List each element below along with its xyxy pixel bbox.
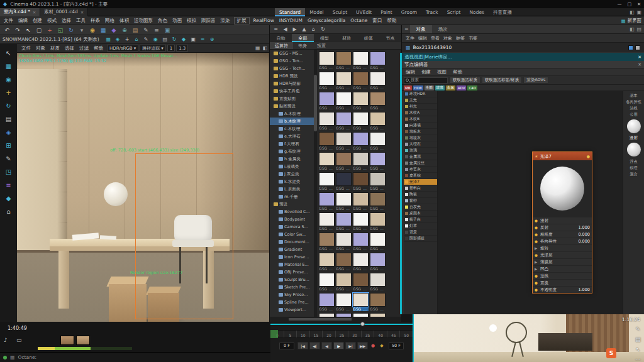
material-list-item[interactable]: 背景 xyxy=(404,229,437,236)
layout-tab[interactable]: UVEdit xyxy=(352,8,376,16)
material-thumb[interactable] xyxy=(76,336,90,345)
tree-item[interactable]: 贴图预设 xyxy=(270,102,314,110)
layout-tab[interactable]: Paint xyxy=(376,8,397,16)
material-swatch[interactable]: GSG_... xyxy=(370,152,386,170)
redo-icon[interactable]: ↷ xyxy=(13,26,23,35)
close-icon[interactable]: ✕ xyxy=(638,62,641,67)
node-menu-item[interactable]: 帮助 xyxy=(450,69,465,75)
menu-item[interactable]: Octane xyxy=(348,18,370,23)
filter-chip[interactable]: 玻璃 xyxy=(435,85,445,90)
status-grid-icon[interactable]: ▦ xyxy=(10,354,15,360)
more-icon[interactable]: ⋯ xyxy=(634,356,642,362)
material-list-item[interactable]: 环境HDR xyxy=(404,91,437,97)
dock-add-icon[interactable]: + xyxy=(3,87,14,98)
node-property-row[interactable]: ●光泽层 xyxy=(533,251,592,258)
back-icon[interactable]: ◀ xyxy=(281,26,289,32)
object-menu-item[interactable]: 书签 xyxy=(469,35,477,41)
material-swatch[interactable]: GSG_... xyxy=(336,52,352,70)
goto-start-button[interactable]: |◀ xyxy=(297,342,308,349)
node-property-row[interactable]: ●反射1.000 xyxy=(533,224,592,231)
layout-tab[interactable]: Nodes xyxy=(465,8,488,16)
material-swatch[interactable]: GSG_... xyxy=(370,192,386,211)
tree-item[interactable]: J.灰尘类 xyxy=(270,170,314,178)
material-list-item[interactable]: 布艺灰 xyxy=(404,167,437,173)
menu-item[interactable]: Greyscalegorilla xyxy=(305,18,348,23)
attribute-tab[interactable]: 各向异性 xyxy=(626,99,641,105)
tree-item[interactable]: g.布纹理 xyxy=(270,148,314,155)
plugin-target-icon[interactable]: ◉ xyxy=(152,36,160,43)
material-swatch[interactable]: GSG_... xyxy=(319,72,335,90)
plugin-home-icon[interactable]: ⌂ xyxy=(133,36,141,43)
render-region-rect[interactable] xyxy=(135,153,233,319)
material-swatch[interactable]: GSG_... xyxy=(370,273,386,291)
prev-key-button[interactable]: ◀| xyxy=(309,342,320,349)
attribute-tab[interactable]: 基本 xyxy=(630,92,638,99)
material-swatch[interactable]: GSG_... xyxy=(336,172,352,190)
home-icon[interactable]: ⌂ xyxy=(309,26,318,32)
manager-tab[interactable]: 对象 xyxy=(410,25,432,33)
dock-menu-icon[interactable]: ≡ xyxy=(3,180,14,190)
menu-item[interactable]: RealFlow xyxy=(251,18,277,23)
dock-rows-icon[interactable]: ▤ xyxy=(3,114,14,124)
plugin-refresh-icon[interactable]: ↻ xyxy=(170,36,179,43)
ratio-field[interactable]: 1.3 xyxy=(176,45,188,52)
timeline-scrollbar[interactable] xyxy=(270,324,413,325)
material-swatch[interactable]: GSG_... xyxy=(336,273,352,291)
tree-item[interactable]: Camera S... xyxy=(270,223,314,231)
layout-tab[interactable]: Track xyxy=(421,8,443,16)
menu-item[interactable]: 样条 xyxy=(88,18,103,24)
tab-close-icon[interactable]: ✕ xyxy=(80,10,84,14)
menu-item[interactable]: 模拟 xyxy=(184,18,199,24)
spline-icon[interactable]: ◆ xyxy=(109,26,119,35)
browser-view-tab[interactable]: 自动 xyxy=(270,34,292,42)
dock-target-icon[interactable]: ◉ xyxy=(3,74,14,85)
tree-item[interactable]: GSG - MS... xyxy=(270,50,314,57)
viewport-grid-icon[interactable]: ▦ xyxy=(255,45,260,51)
material-swatch[interactable]: GSG_... xyxy=(353,172,369,190)
material-swatch[interactable]: GSG_... xyxy=(353,212,369,231)
object-menu-item[interactable]: 编辑 xyxy=(418,35,427,41)
menu-item[interactable]: 体积 xyxy=(117,18,131,24)
tree-item[interactable]: f.大理石 xyxy=(270,140,314,148)
material-swatch[interactable]: GSG_... xyxy=(370,293,386,311)
grid-scrollbar[interactable] xyxy=(270,317,401,322)
material-swatch[interactable]: GSG_... xyxy=(319,212,335,231)
tree-item[interactable]: Sketch Pre... xyxy=(270,283,314,291)
material-swatch[interactable]: GSG_... xyxy=(353,152,369,170)
material-swatch[interactable]: GSG_... xyxy=(319,273,335,291)
plugin-pen-icon[interactable]: ✎ xyxy=(142,36,150,43)
dock-panel-icon[interactable]: ◧ xyxy=(630,26,635,32)
material-list-item[interactable]: 木纹A xyxy=(404,110,437,116)
material-swatch[interactable]: GSG_... xyxy=(336,253,352,271)
timeline-scrub-handle[interactable] xyxy=(360,322,365,326)
tree-item[interactable]: m.千册 xyxy=(270,193,314,200)
list-icon[interactable]: ≡ xyxy=(152,26,162,35)
material-list-item[interactable]: 桌面木 xyxy=(404,211,437,217)
node-property-row[interactable]: ▶凹凸 xyxy=(533,265,592,272)
attribute-sub-tab[interactable]: 纹理 xyxy=(630,165,638,171)
tree-item[interactable]: Material E... xyxy=(270,261,314,268)
menu-item[interactable]: 渲染 xyxy=(218,18,233,24)
material-list-item[interactable]: 皮革棕 xyxy=(404,173,437,179)
port-icon[interactable]: ▶ xyxy=(535,260,540,264)
menu-item[interactable]: 工具 xyxy=(74,18,88,24)
material-swatch[interactable]: GSG_... xyxy=(353,273,369,291)
viewport-menu-item[interactable]: 材质 xyxy=(48,45,62,52)
filter-chip[interactable]: C4D xyxy=(467,85,477,90)
tree-item[interactable]: Bodypaint xyxy=(270,216,314,223)
browser-view-tab[interactable]: 全部 xyxy=(292,34,314,42)
node-editor-titlebar[interactable]: 透视视图|Marie绑定... ✕ xyxy=(402,53,644,61)
port-icon[interactable]: ▶ xyxy=(535,267,540,271)
tree-item[interactable]: GSG - Tech... xyxy=(270,65,314,72)
material-swatch[interactable]: GSG_... xyxy=(336,132,352,150)
material-swatch[interactable]: GSG_... xyxy=(370,112,386,130)
viewport-menu-item[interactable]: 文件 xyxy=(19,45,33,52)
dock-home-icon[interactable]: ⌂ xyxy=(3,206,14,217)
tree-item[interactable]: 预设 xyxy=(270,200,314,208)
material-list-item[interactable]: 光泽7 xyxy=(404,179,437,185)
tree-item[interactable]: HDR与阴影 xyxy=(270,80,314,87)
browser-view-tab[interactable]: 节点 xyxy=(379,34,401,42)
new-ui-toggle[interactable]: ▦ 新界面 xyxy=(621,16,641,25)
goto-end-button[interactable]: ▶▶ xyxy=(357,342,368,349)
material-swatch[interactable]: GSG_... xyxy=(370,52,386,70)
